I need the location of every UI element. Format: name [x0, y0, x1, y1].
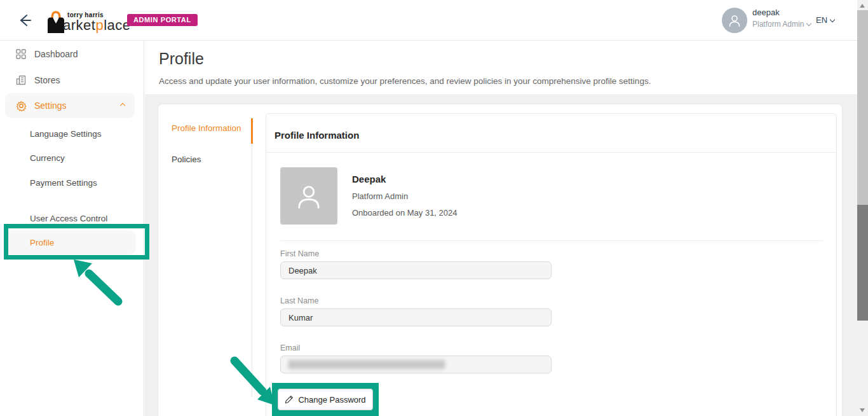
chevron-down-icon	[806, 21, 811, 26]
page-description: Access and update your user information,…	[159, 76, 651, 86]
scrollbar-thumb[interactable]	[857, 205, 868, 321]
arrow-left-icon	[17, 13, 33, 28]
person-icon	[292, 179, 325, 212]
annotation-arrow-profile	[62, 256, 126, 307]
back-button[interactable]	[17, 13, 33, 28]
active-tab-indicator	[251, 118, 253, 144]
annotation-highlight-profile	[4, 224, 149, 260]
change-password-button[interactable]: Change Password	[278, 389, 373, 410]
last-name-field[interactable]: Kumar	[280, 309, 552, 326]
profile-information-panel: Profile Information Deepak Platform Admi…	[266, 113, 837, 416]
scrollbar-track-segment[interactable]	[857, 10, 868, 205]
annotation-arrow-change-password	[226, 352, 283, 412]
profile-onboarded: Onboarded on May 31, 2024	[352, 208, 458, 218]
sidebar-item-label: Settings	[34, 101, 67, 111]
divider	[280, 240, 823, 241]
profile-name: Deepak	[352, 174, 386, 184]
page-title: Profile	[159, 50, 204, 68]
profile-avatar	[280, 167, 337, 225]
tab-profile-information[interactable]: Profile Information	[172, 123, 241, 133]
logo-word-p: p	[95, 17, 104, 33]
profile-role: Platform Admin	[352, 191, 408, 201]
sidebar-item-settings[interactable]: Settings	[5, 93, 135, 118]
chevron-down-icon	[830, 17, 835, 22]
language-label: EN	[816, 15, 827, 25]
sidebar-item-stores[interactable]: Stores	[0, 67, 144, 93]
language-selector[interactable]: EN	[816, 15, 834, 25]
tab-policies[interactable]: Policies	[172, 155, 201, 164]
scroll-up-icon[interactable]	[860, 4, 865, 8]
user-avatar[interactable]	[722, 8, 747, 33]
header-role-dropdown[interactable]: Platform Admin	[752, 20, 811, 29]
sidebar-subitem-payment-settings[interactable]: Payment Settings	[30, 178, 97, 188]
change-password-label: Change Password	[298, 395, 365, 405]
email-value-redacted: ██████████████████████████	[288, 360, 445, 369]
divider	[266, 152, 836, 153]
first-name-label: First Name	[280, 249, 319, 258]
last-name-value: Kumar	[288, 313, 313, 322]
top-header: torry harris arketplace ADMIN PORTAL dee…	[0, 0, 857, 41]
first-name-value: Deepak	[288, 266, 317, 275]
logo-word-pre: arket	[63, 17, 95, 33]
sidebar-item-dashboard[interactable]: Dashboard	[0, 41, 144, 67]
header-role-label: Platform Admin	[752, 20, 804, 29]
panel-heading: Profile Information	[275, 130, 359, 141]
chevron-up-icon	[120, 103, 125, 108]
scrollbar[interactable]	[857, 0, 868, 416]
first-name-field[interactable]: Deepak	[280, 261, 552, 279]
sidebar-subitem-currency[interactable]: Currency	[30, 153, 65, 163]
logo-wordmark: arketplace	[63, 17, 131, 34]
last-name-label: Last Name	[280, 296, 318, 305]
admin-portal-badge: ADMIN PORTAL	[127, 14, 198, 26]
sidebar-subitem-language-settings[interactable]: Language Settings	[30, 129, 102, 139]
gear-icon	[15, 101, 27, 111]
scroll-down-icon[interactable]	[860, 408, 865, 412]
stores-icon	[15, 75, 27, 85]
person-icon	[727, 13, 742, 28]
email-field[interactable]: ██████████████████████████	[280, 356, 552, 373]
email-label: Email	[280, 343, 300, 352]
pencil-icon	[285, 395, 294, 404]
sidebar-subitem-user-access-control[interactable]: User Access Control	[30, 214, 107, 223]
app-window: torry harris arketplace ADMIN PORTAL dee…	[0, 0, 868, 416]
sidebar-item-label: Dashboard	[34, 49, 78, 59]
dashboard-icon	[15, 49, 27, 59]
header-username: deepak	[752, 8, 780, 17]
sidebar-item-label: Stores	[34, 75, 60, 85]
